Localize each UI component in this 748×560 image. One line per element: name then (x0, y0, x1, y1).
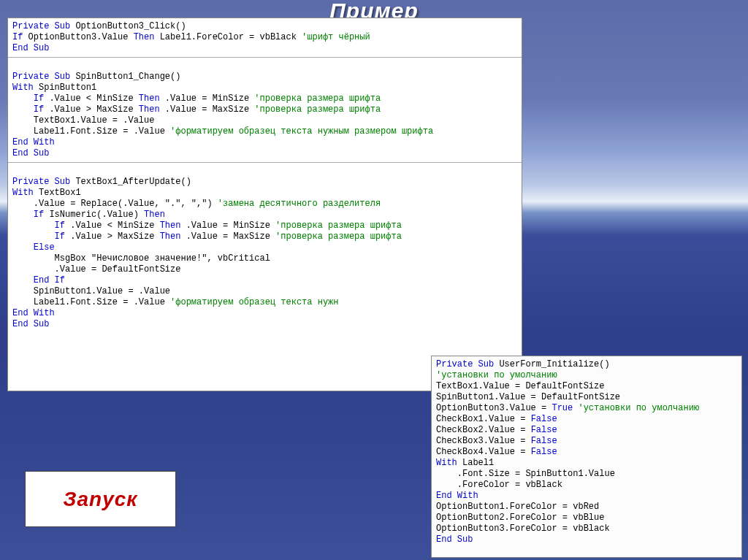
code-text: OptionButton3.Value = (436, 403, 552, 413)
kw: False (531, 447, 557, 457)
code-text: .Value < MinSize (65, 220, 160, 231)
kw: If (12, 231, 65, 242)
kw: With (12, 188, 34, 198)
code-text: Label1 (457, 458, 494, 468)
code-text: IsNumeric(.Value) (44, 210, 144, 220)
kw: Then (160, 220, 181, 231)
kw: False (531, 414, 557, 424)
code-text: OptionButton1.ForeColor = vbRed (436, 502, 599, 512)
kw: With (436, 458, 457, 468)
kw: Private Sub (12, 72, 70, 82)
kw: End If (12, 275, 65, 285)
code-text: .Value > MaxSize (65, 231, 160, 242)
kw: End Sub (12, 319, 49, 329)
code-text: SpinButton1_Change() (70, 72, 180, 82)
code-text: OptionButton3_Click() (70, 21, 186, 31)
code-panel-left: Private Sub OptionButton3_Click() If Opt… (7, 18, 522, 391)
code-text: OptionButton3.Value (23, 32, 133, 42)
code-block-2: Private Sub SpinButton1_Change() With Sp… (8, 58, 522, 163)
code-text: Label1.ForeColor = vbBlack (154, 32, 302, 42)
kw: If (12, 104, 44, 115)
kw: Then (139, 104, 160, 115)
code-text: .Value > MaxSize (44, 104, 139, 115)
kw: End With (12, 308, 55, 318)
kw: End Sub (436, 534, 473, 545)
code-text: SpinButton1.Value = .Value (12, 286, 170, 296)
comment: 'форматируем образец текста нужн (170, 297, 338, 307)
code-text: .ForeColor = vbBlack (436, 480, 562, 490)
comment: 'форматируем образец текста нужным разме… (170, 126, 433, 137)
code-text: .Value < MinSize (44, 93, 139, 104)
kw: End With (12, 137, 55, 147)
code-text: OptionButton2.ForeColor = vbBlue (436, 513, 604, 523)
code-text: Label1.Font.Size = .Value (12, 126, 170, 137)
kw: If (12, 220, 65, 231)
code-text: .Value = MaxSize (180, 231, 275, 242)
kw: Then (144, 210, 165, 220)
code-text: TextBox1_AfterUpdate() (70, 177, 191, 187)
kw: End Sub (12, 43, 49, 53)
kw: Private Sub (12, 21, 70, 31)
kw: If (12, 32, 23, 42)
kw: If (12, 93, 44, 104)
kw: Private Sub (436, 359, 494, 369)
comment: 'установки по умолчанию (436, 370, 557, 380)
kw: Then (160, 231, 181, 242)
comment: 'установки по умолчанию (578, 403, 699, 413)
launch-button[interactable]: Запуск (25, 471, 176, 527)
code-text: CheckBox1.Value = (436, 414, 531, 424)
code-text: CheckBox2.Value = (436, 425, 531, 435)
launch-label: Запуск (63, 488, 137, 511)
kw: If (12, 210, 44, 220)
code-text: SpinButton1 (34, 83, 96, 93)
code-text: .Value = DefaultFontSize (12, 264, 180, 275)
code-text: .Value = MinSize (180, 220, 275, 231)
kw: Else (12, 242, 55, 253)
code-block-3: Private Sub TextBox1_AfterUpdate() With … (8, 163, 522, 333)
kw: Private Sub (12, 177, 70, 187)
kw: Then (139, 93, 160, 104)
code-text: UserForm_Initialize() (494, 359, 609, 369)
code-text: OptionButton3.ForeColor = vbBlack (436, 523, 610, 534)
kw: Then (134, 32, 155, 42)
kw: With (12, 83, 34, 93)
comment: 'проверка размера шрифта (275, 231, 402, 242)
kw: End With (436, 491, 478, 501)
code-text: CheckBox4.Value = (436, 447, 531, 457)
code-text: TextBox1.Value = .Value (12, 115, 154, 126)
kw: False (531, 425, 557, 435)
code-text: MsgBox "Нечисловое значение!", vbCritica… (12, 253, 270, 264)
kw: False (531, 436, 557, 446)
code-text: .Value = MinSize (160, 93, 255, 104)
code-text: .Font.Size = SpinButton1.Value (436, 469, 615, 479)
code-text: TextBox1 (34, 188, 81, 198)
code-panel-right: Private Sub UserForm_Initialize() 'устан… (431, 356, 742, 558)
comment: 'проверка размера шрифта (254, 104, 381, 115)
code-text: .Value = Replace(.Value, ".", ",") (12, 199, 218, 209)
kw: End Sub (12, 148, 49, 158)
code-text: TextBox1.Value = DefaultFontSize (436, 381, 604, 391)
comment: 'проверка размера шрифта (275, 220, 402, 231)
code-text: SpinButton1.Value = DefaultFontSize (436, 392, 620, 402)
code-block-1: Private Sub OptionButton3_Click() If Opt… (8, 18, 522, 58)
comment: 'проверка размера шрифта (254, 93, 381, 104)
code-text: Label1.Font.Size = .Value (12, 297, 170, 307)
code-block-4: Private Sub UserForm_Initialize() 'устан… (432, 356, 741, 548)
code-text: CheckBox3.Value = (436, 436, 531, 446)
comment: 'замена десятичного разделителя (218, 199, 381, 209)
comment: 'шрифт чёрный (302, 32, 370, 42)
code-text: .Value = MaxSize (160, 104, 255, 115)
kw: True (552, 403, 578, 413)
